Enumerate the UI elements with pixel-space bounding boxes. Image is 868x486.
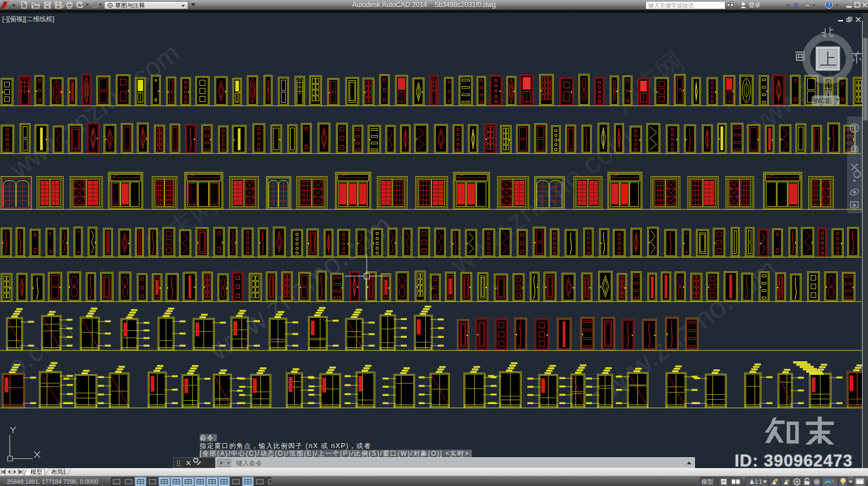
svg-text:1:1: 1:1: [755, 479, 762, 485]
svg-text:键入命令: 键入命令: [236, 459, 262, 467]
svg-text:www.znzmo.com: www.znzmo.com: [4, 37, 185, 184]
svg-text:X: X: [794, 1, 799, 9]
svg-text:WCS: WCS: [814, 97, 829, 105]
svg-text:模型: 模型: [30, 469, 42, 475]
svg-text:模型: 模型: [701, 478, 713, 485]
svg-text:布局1: 布局1: [51, 469, 66, 475]
svg-text:?: ?: [827, 2, 831, 8]
svg-text:登录: 登录: [749, 2, 761, 8]
